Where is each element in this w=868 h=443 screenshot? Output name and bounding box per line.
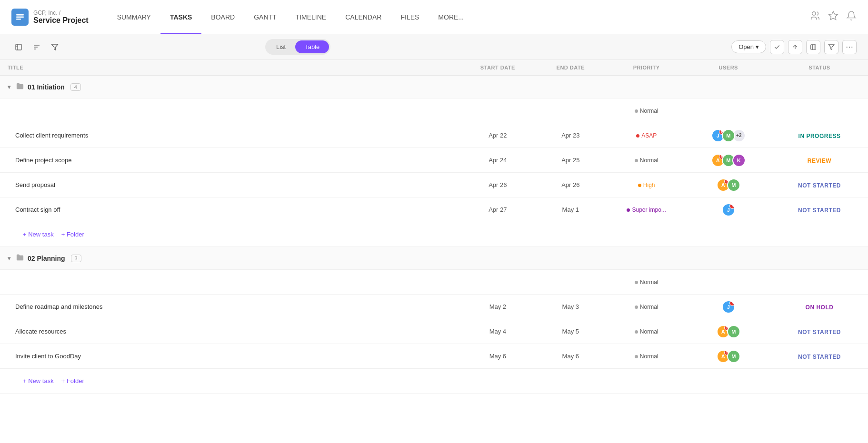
avatar: K (732, 154, 746, 167)
star-icon[interactable] (828, 10, 838, 23)
task-title: Invite client to GoodDay (0, 344, 461, 369)
task-start-date: Apr 26 (461, 173, 534, 197)
toolbar: List Table Open ▾ (0, 34, 868, 60)
group-priority-cell: Normal (607, 270, 686, 295)
task-priority: ASAP (607, 123, 686, 148)
add-task-row: + New task + Folder (0, 222, 868, 247)
task-status: IN PROGRESS (771, 123, 868, 148)
svg-rect-2 (16, 19, 21, 20)
add-task-button[interactable]: + New task (23, 377, 54, 384)
task-priority: Normal (607, 319, 686, 344)
toolbar-left (11, 40, 62, 54)
task-title: Contract sign off (0, 197, 461, 222)
collapse-button[interactable]: ▾ (8, 84, 10, 90)
group-end-cell (534, 270, 607, 295)
avatar: M (727, 350, 740, 363)
col-header-end: END DATE (534, 60, 607, 76)
project-name: Service Project (33, 16, 89, 25)
top-right-icons (810, 10, 857, 23)
task-status: ON HOLD (771, 295, 868, 319)
view-toggle: List Table (265, 39, 330, 55)
status-badge: NOT STARTED (798, 207, 841, 214)
expand-icon[interactable] (11, 40, 26, 54)
table-view-button[interactable]: Table (295, 40, 329, 53)
table-row[interactable]: Invite client to GoodDay May 6 May 6 Nor… (0, 344, 868, 369)
task-title: Define project scope (0, 148, 461, 173)
task-status: NOT STARTED (771, 344, 868, 369)
nav-summary[interactable]: SUMMARY (108, 0, 160, 34)
task-title: Allocate resources (0, 319, 461, 344)
collapse-button[interactable]: ▾ (8, 255, 10, 262)
group-name: 02 Planning (28, 255, 65, 262)
nav-board[interactable]: BOARD (201, 0, 244, 34)
checkbox-icon[interactable] (770, 40, 784, 54)
table-row[interactable]: Collect client requirements Apr 22 Apr 2… (0, 123, 868, 148)
col-header-start: START DATE (461, 60, 534, 76)
avatar: J ! (722, 300, 735, 314)
task-priority: High (607, 173, 686, 197)
status-badge: NOT STARTED (798, 329, 841, 335)
nav-timeline[interactable]: TIMELINE (286, 0, 336, 34)
add-task-button[interactable]: + New task (23, 231, 54, 238)
columns-icon[interactable] (806, 40, 820, 54)
filter2-icon[interactable] (824, 40, 838, 54)
task-start-date: May 2 (461, 295, 534, 319)
table-row[interactable]: Define project scope Apr 24 Apr 25 Norma… (0, 148, 868, 173)
task-table: TITLE START DATE END DATE PRIORITY USERS… (0, 60, 868, 394)
avatar: M (727, 178, 740, 192)
group-name: 01 Initiation (28, 83, 65, 91)
add-task-row: + New task + Folder (0, 369, 868, 394)
nav-files[interactable]: FILES (391, 0, 429, 34)
sort-order-icon[interactable] (788, 40, 802, 54)
task-title: Define roadmap and milestones (0, 295, 461, 319)
task-priority: Super impo... (607, 197, 686, 222)
list-view-button[interactable]: List (267, 40, 295, 53)
task-users: J ! (686, 295, 771, 319)
task-users: J ! (686, 197, 771, 222)
task-status: NOT STARTED (771, 197, 868, 222)
avatar-badge: ! (729, 300, 735, 306)
table-row[interactable]: Define roadmap and milestones May 2 May … (0, 295, 868, 319)
top-bar: GCP, Inc. / Service Project SUMMARY TASK… (0, 0, 868, 34)
folder-icon (16, 82, 24, 91)
open-filter-button[interactable]: Open ▾ (731, 40, 766, 53)
table-header-row: TITLE START DATE END DATE PRIORITY USERS… (0, 60, 868, 76)
svg-rect-1 (16, 16, 24, 18)
group-summary-row: Normal (0, 270, 868, 295)
task-priority: Normal (607, 148, 686, 173)
col-header-users: USERS (686, 60, 771, 76)
nav-gantt[interactable]: GANTT (244, 0, 286, 34)
table-row[interactable]: Allocate resources May 4 May 5 Normal A … (0, 319, 868, 344)
bell-icon[interactable] (846, 10, 857, 23)
task-title: Collect client requirements (0, 123, 461, 148)
task-start-date: May 6 (461, 344, 534, 369)
nav-more[interactable]: MORE... (429, 0, 473, 34)
task-start-date: May 4 (461, 319, 534, 344)
task-end-date: May 1 (534, 197, 607, 222)
add-folder-button[interactable]: + Folder (61, 377, 84, 384)
filter-icon[interactable] (48, 40, 62, 54)
chevron-down-icon: ▾ (756, 43, 759, 50)
svg-point-3 (812, 12, 816, 15)
table-row[interactable]: Contract sign off Apr 27 May 1 Super imp… (0, 197, 868, 222)
task-users: A ! M (686, 173, 771, 197)
people-icon[interactable] (810, 10, 820, 23)
task-table-container: TITLE START DATE END DATE PRIORITY USERS… (0, 60, 868, 434)
task-end-date: Apr 23 (534, 123, 607, 148)
nav-tasks[interactable]: TASKS (160, 0, 201, 34)
task-status: NOT STARTED (771, 319, 868, 344)
add-folder-button[interactable]: + Folder (61, 231, 84, 238)
nav-calendar[interactable]: CALENDAR (336, 0, 391, 34)
group-start-cell (461, 270, 534, 295)
group-status-cell (771, 270, 868, 295)
svg-rect-11 (811, 44, 816, 49)
status-badge: ON HOLD (806, 304, 834, 311)
logo-area: GCP, Inc. / Service Project (11, 9, 89, 26)
app-logo (11, 9, 29, 26)
table-row[interactable]: Send proposal Apr 26 Apr 26 High A ! M N… (0, 173, 868, 197)
add-task-cell: + New task + Folder (0, 369, 868, 394)
toolbar-right: Open ▾ ⋯ (731, 40, 857, 54)
group-summary-row: Normal (0, 98, 868, 123)
more-icon[interactable]: ⋯ (842, 40, 857, 54)
sort-icon[interactable] (30, 40, 44, 54)
